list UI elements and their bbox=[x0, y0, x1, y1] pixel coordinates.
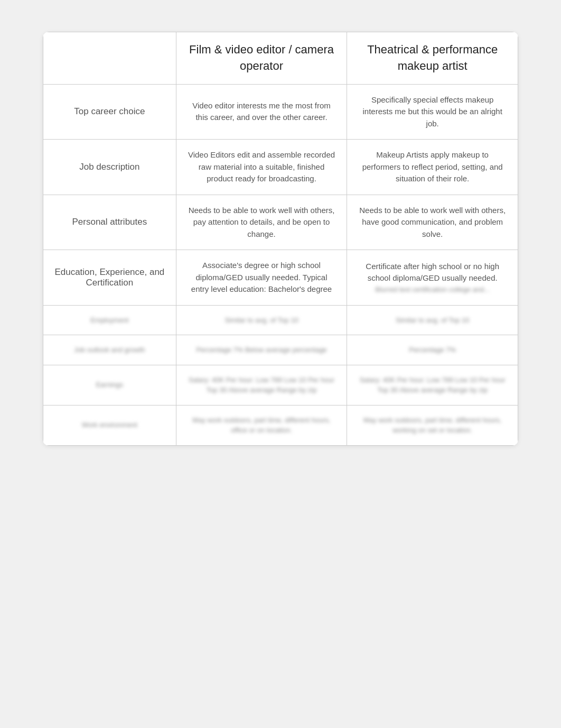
row-label-education: Education, Experience, and Certification bbox=[43, 250, 176, 306]
job-outlook-col2: Percentage 7% bbox=[347, 335, 518, 365]
table-row: Earnings Salary: 40K Per hour: Low 789 L… bbox=[43, 365, 518, 405]
blurred-education-extra: Blurred text certification college and..… bbox=[375, 285, 490, 293]
table-row: Top career choice Video editor interests… bbox=[43, 84, 518, 140]
table-row: Job outlook and growth Percentage 7% Bel… bbox=[43, 335, 518, 365]
table-row: Employment Similar to avg. of Top 10 Sim… bbox=[43, 305, 518, 335]
comparison-table: Film & video editor / camera operator Th… bbox=[43, 32, 518, 446]
education-col2: Certificate after high school or no high… bbox=[347, 250, 518, 306]
row-label-work-environment: Work environment bbox=[43, 405, 176, 445]
table-row: Job description Video Editors edit and a… bbox=[43, 140, 518, 195]
table-row: Education, Experience, and Certification… bbox=[43, 250, 518, 306]
column-header-film: Film & video editor / camera operator bbox=[176, 32, 347, 85]
earnings-col2: Salary: 40K Per hour: Low 789 Low 10 Per… bbox=[347, 365, 518, 405]
work-env-col1: May work outdoors, part time, different … bbox=[176, 405, 347, 445]
earnings-col1: Salary: 40K Per hour: Low 789 Low 10 Per… bbox=[176, 365, 347, 405]
row-label-personal-attributes: Personal attributes bbox=[43, 195, 176, 250]
top-career-col2: Specifically special effects makeup inte… bbox=[347, 84, 518, 140]
employment-col1: Similar to avg. of Top 10 bbox=[176, 305, 347, 335]
work-env-col2: May work outdoors, part time, different … bbox=[347, 405, 518, 445]
row-label-job-outlook: Job outlook and growth bbox=[43, 335, 176, 365]
personal-attributes-col1: Needs to be able to work well with other… bbox=[176, 195, 347, 250]
table-row: Personal attributes Needs to be able to … bbox=[43, 195, 518, 250]
row-label-top-career: Top career choice bbox=[43, 84, 176, 140]
row-label-job-description: Job description bbox=[43, 140, 176, 195]
employment-col2: Similar to avg. of Top 10 bbox=[347, 305, 518, 335]
row-label-employment: Employment bbox=[43, 305, 176, 335]
education-col1: Associate's degree or high school diplom… bbox=[176, 250, 347, 306]
column-header-theatrical: Theatrical & performance makeup artist bbox=[347, 32, 518, 85]
job-outlook-col1: Percentage 7% Below average percentage bbox=[176, 335, 347, 365]
empty-header-cell bbox=[43, 32, 176, 85]
job-description-col1: Video Editors edit and assemble recorded… bbox=[176, 140, 347, 195]
personal-attributes-col2: Needs to be able to work well with other… bbox=[347, 195, 518, 250]
top-career-col1: Video editor interests me the most from … bbox=[176, 84, 347, 140]
job-description-col2: Makeup Artists apply makeup to performer… bbox=[347, 140, 518, 195]
row-label-earnings: Earnings bbox=[43, 365, 176, 405]
table-row: Work environment May work outdoors, part… bbox=[43, 405, 518, 445]
